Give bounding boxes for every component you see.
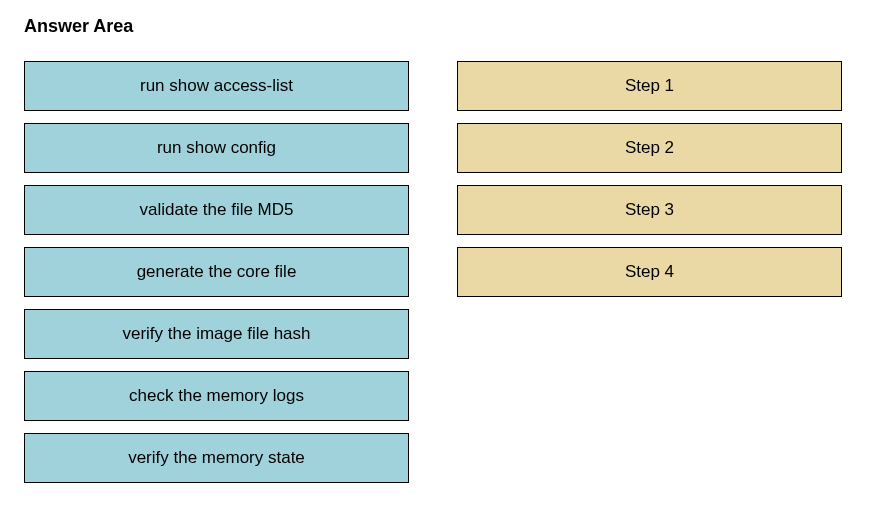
target-step[interactable]: Step 4 bbox=[457, 247, 842, 297]
source-option[interactable]: run show config bbox=[24, 123, 409, 173]
page-title: Answer Area bbox=[24, 16, 862, 37]
source-option[interactable]: generate the core file bbox=[24, 247, 409, 297]
target-step[interactable]: Step 2 bbox=[457, 123, 842, 173]
source-column: run show access-list run show config val… bbox=[24, 61, 409, 483]
source-option[interactable]: validate the file MD5 bbox=[24, 185, 409, 235]
source-option[interactable]: verify the memory state bbox=[24, 433, 409, 483]
source-option[interactable]: check the memory logs bbox=[24, 371, 409, 421]
source-option[interactable]: run show access-list bbox=[24, 61, 409, 111]
target-step[interactable]: Step 3 bbox=[457, 185, 842, 235]
answer-area: run show access-list run show config val… bbox=[24, 61, 862, 483]
target-column: Step 1 Step 2 Step 3 Step 4 bbox=[457, 61, 842, 483]
source-option[interactable]: verify the image file hash bbox=[24, 309, 409, 359]
target-step[interactable]: Step 1 bbox=[457, 61, 842, 111]
